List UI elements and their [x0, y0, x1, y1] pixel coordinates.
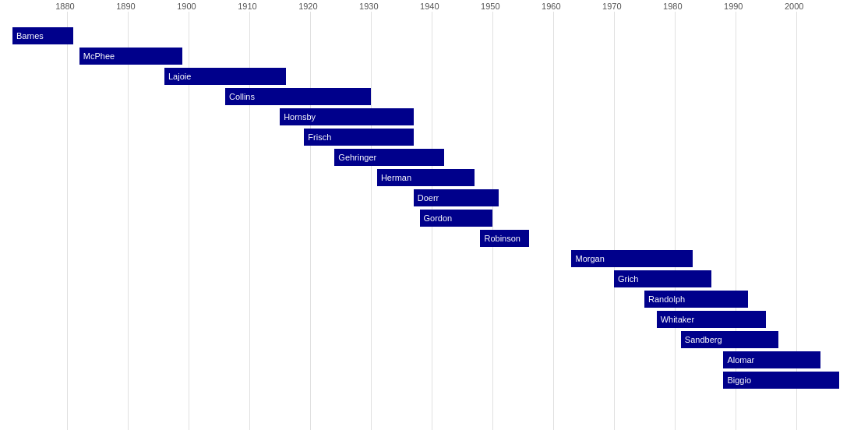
bar-label-whitaker: Whitaker [661, 315, 694, 324]
axis-tick-1880: 1880 [55, 2, 74, 11]
bar-lajoie: Lajoie [164, 68, 286, 85]
chart-container: 1880189019001910192019301940195019601970… [0, 0, 868, 430]
bar-biggio: Biggio [723, 372, 838, 389]
axis-label-1920: 1920 [298, 2, 317, 11]
grid-line-1930 [371, 12, 372, 430]
axis-label-1960: 1960 [542, 2, 560, 11]
bar-grich: Grich [614, 270, 711, 287]
axis-label-1980: 1980 [663, 2, 682, 11]
bar-gehringer: Gehringer [334, 149, 443, 166]
grid-line-1970 [614, 12, 615, 430]
bar-label-gehringer: Gehringer [338, 153, 376, 162]
bar-label-frisch: Frisch [308, 132, 331, 142]
grid-line-1950 [492, 12, 493, 430]
bar-alomar: Alomar [723, 351, 820, 368]
axis-tick-2000: 2000 [785, 2, 803, 11]
bar-whitaker: Whitaker [657, 311, 766, 328]
bar-label-morgan: Morgan [575, 254, 604, 263]
bar-randolph: Randolph [644, 291, 748, 308]
bar-label-hornsby: Hornsby [284, 112, 316, 122]
bar-label-gordon: Gordon [424, 213, 453, 223]
axis-label-1930: 1930 [359, 2, 378, 11]
bar-label-randolph: Randolph [648, 294, 685, 304]
bar-label-grich: Grich [618, 274, 638, 284]
bar-label-collins: Collins [229, 92, 255, 101]
grid-line-1880 [67, 12, 68, 430]
bar-barnes: Barnes [12, 27, 73, 44]
axis-label-1900: 1900 [177, 2, 196, 11]
axis-label-1950: 1950 [481, 2, 499, 11]
bar-label-alomar: Alomar [727, 355, 754, 365]
axis-tick-1930: 1930 [359, 2, 378, 11]
axis-tick-1990: 1990 [724, 2, 743, 11]
axis-tick-1960: 1960 [542, 2, 560, 11]
bar-label-barnes: Barnes [16, 31, 44, 41]
axis-tick-1950: 1950 [481, 2, 499, 11]
bar-label-doerr: Doerr [418, 193, 439, 203]
bar-label-robinson: Robinson [484, 234, 520, 243]
axis-tick-1940: 1940 [420, 2, 439, 11]
axis-label-1970: 1970 [602, 2, 621, 11]
axis-tick-1970: 1970 [602, 2, 621, 11]
bar-frisch: Frisch [304, 129, 413, 146]
bar-label-lajoie: Lajoie [168, 72, 191, 81]
axis-label-1990: 1990 [724, 2, 743, 11]
axis-label-2000: 2000 [785, 2, 803, 11]
grid-line-1890 [128, 12, 129, 430]
bar-label-mcphee: McPhee [83, 51, 115, 61]
bar-sandberg: Sandberg [681, 331, 778, 348]
bar-gordon: Gordon [420, 210, 493, 227]
grid-line-1980 [675, 12, 676, 430]
axis-tick-1910: 1910 [238, 2, 256, 11]
bar-label-sandberg: Sandberg [685, 335, 722, 344]
axis-tick-1890: 1890 [116, 2, 135, 11]
bar-label-herman: Herman [381, 173, 411, 182]
bar-mcphee: McPhee [79, 48, 183, 65]
bar-robinson: Robinson [480, 230, 528, 247]
axis-tick-1980: 1980 [663, 2, 682, 11]
bar-collins: Collins [225, 88, 371, 105]
grid-line-1960 [553, 12, 554, 430]
bar-hornsby: Hornsby [280, 108, 414, 125]
bar-label-biggio: Biggio [727, 375, 751, 385]
axis-tick-1920: 1920 [298, 2, 317, 11]
grid-line-1920 [310, 12, 311, 430]
axis-label-1910: 1910 [238, 2, 256, 11]
axis-label-1940: 1940 [420, 2, 439, 11]
bar-herman: Herman [377, 169, 475, 186]
axis-label-1890: 1890 [116, 2, 135, 11]
bar-morgan: Morgan [571, 250, 693, 267]
axis-label-1880: 1880 [55, 2, 74, 11]
axis-tick-1900: 1900 [177, 2, 196, 11]
bar-doerr: Doerr [414, 189, 499, 206]
